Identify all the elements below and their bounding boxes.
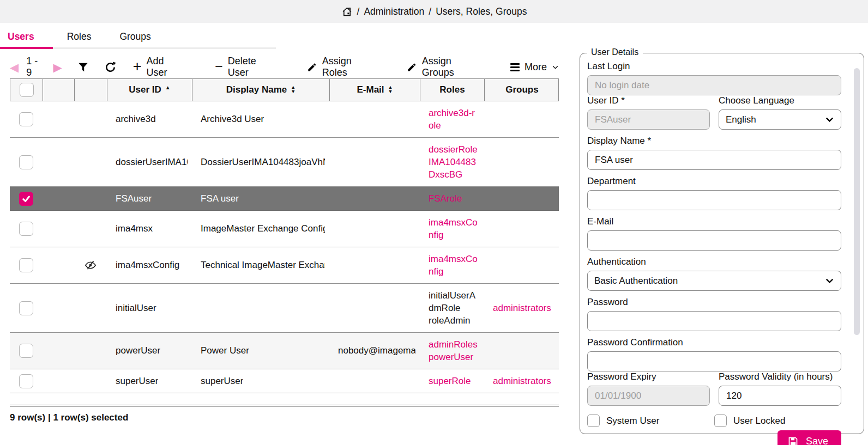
role-cell: ima4msxConfig xyxy=(420,211,484,247)
page-previous-button[interactable]: ◀ xyxy=(10,62,19,73)
role-link[interactable]: FSArole xyxy=(429,192,462,205)
row-select-cell xyxy=(10,211,43,247)
email-cell: nobody@imagema xyxy=(329,333,420,369)
row-status-cell xyxy=(43,284,74,332)
breadcrumb-separator: / xyxy=(357,6,360,17)
row-checkbox[interactable] xyxy=(19,344,33,358)
authentication-select[interactable]: Basic Authentication xyxy=(587,271,841,291)
email-label: E-Mail xyxy=(587,216,841,227)
row-select-cell xyxy=(10,138,43,186)
group-link[interactable]: administrators xyxy=(493,302,551,314)
user-id-cell: dossierUserIMA1044 xyxy=(107,138,192,186)
display-name: Archive3d User xyxy=(201,114,264,125)
row-checkbox[interactable] xyxy=(19,112,33,126)
email-cell xyxy=(329,187,420,210)
row-select-cell xyxy=(10,247,43,283)
header-display-name[interactable]: Display Name ▲▼ xyxy=(192,79,330,101)
panel-scrollbar[interactable] xyxy=(854,68,860,335)
role-link[interactable]: dossierRoleIMA104483DxscBG xyxy=(429,143,480,181)
add-user-button[interactable]: + Add User xyxy=(133,56,186,78)
user-id-cell: ima4msxConfig xyxy=(107,247,192,283)
assign-groups-button[interactable]: Assign Groups xyxy=(407,56,485,78)
role-cell: adminRolespowerUser xyxy=(420,333,484,369)
breadcrumb: / Administration / Users, Roles, Groups xyxy=(0,0,868,23)
assign-roles-button[interactable]: Assign Roles xyxy=(307,56,378,78)
save-button[interactable]: Save xyxy=(777,430,841,445)
user-id-cell: initialUser xyxy=(107,284,192,332)
row-checkbox[interactable] xyxy=(19,258,33,272)
last-login-field xyxy=(587,75,841,95)
more-label: More xyxy=(525,62,547,73)
group-cell xyxy=(484,101,559,137)
breadcrumb-item-administration[interactable]: Administration xyxy=(364,6,424,17)
table-row[interactable]: initialUserinitialUserAdmRoleroleAdminad… xyxy=(10,284,559,333)
tab-roles[interactable]: Roles xyxy=(53,26,106,47)
department-field[interactable] xyxy=(587,190,841,210)
group-cell xyxy=(484,138,559,186)
user-id: superUser xyxy=(116,376,158,387)
row-checkbox[interactable] xyxy=(19,192,33,206)
tab-users[interactable]: Users xyxy=(0,26,53,47)
row-checkbox[interactable] xyxy=(19,222,33,236)
user-id-cell: powerUser xyxy=(107,333,192,369)
table-body: archive3dArchive3d Userarchive3d-roledos… xyxy=(10,101,559,405)
password-validity-field[interactable] xyxy=(719,386,841,406)
password-confirmation-field[interactable] xyxy=(587,351,841,371)
table-row[interactable]: archive3dArchive3d Userarchive3d-role xyxy=(10,101,559,138)
authentication-selected-value: Basic Authentication xyxy=(594,276,678,286)
breadcrumb-separator: / xyxy=(428,6,432,17)
system-user-label: System User xyxy=(606,416,659,426)
row-checkbox[interactable] xyxy=(19,155,33,169)
authentication-label: Authentication xyxy=(587,257,841,267)
row-checkbox[interactable] xyxy=(19,374,33,388)
password-validity-label: Password Validity (in hours) xyxy=(719,371,841,382)
row-checkbox[interactable] xyxy=(19,301,33,315)
choose-language-label: Choose Language xyxy=(719,95,841,106)
role-link[interactable]: ima4msxConfig xyxy=(429,216,480,241)
filter-button[interactable] xyxy=(78,62,88,72)
role-link[interactable]: ima4msxConfig xyxy=(429,253,480,278)
role-link: initialUserAdmRole xyxy=(429,289,480,314)
row-status-cell xyxy=(43,247,74,283)
tab-groups[interactable]: Groups xyxy=(105,26,165,47)
user-id-cell: archive3d xyxy=(107,101,192,137)
table-row[interactable]: ima4msxConfigTechnical ImageMaster Excha… xyxy=(10,247,559,284)
display-name: ImageMaster Exchange Config xyxy=(201,223,325,234)
user-locked-checkbox[interactable] xyxy=(714,414,727,427)
save-icon xyxy=(787,436,799,445)
language-selected-value: English xyxy=(726,114,756,125)
table-bottom-divider xyxy=(10,405,559,407)
assign-groups-label: Assign Groups xyxy=(422,56,485,78)
table-row[interactable]: dossierUserIMA1044DossierUserIMA104483jo… xyxy=(10,138,559,187)
password-expiry-label: Password Expiry xyxy=(587,371,710,382)
display-name: FSA user xyxy=(201,193,239,204)
page-next-button[interactable]: ▶ xyxy=(53,62,62,73)
password-field[interactable] xyxy=(587,311,841,331)
role-link[interactable]: superRole xyxy=(429,375,471,387)
row-select-cell xyxy=(10,187,43,210)
role-link[interactable]: adminRoles xyxy=(429,338,478,351)
delete-user-button[interactable]: − Delete User xyxy=(215,56,278,78)
pencil-icon xyxy=(307,62,317,72)
table-row[interactable]: ima4msxImageMaster Exchange Configima4ms… xyxy=(10,211,559,247)
row-visibility-cell xyxy=(74,369,107,393)
table-row[interactable]: powerUserPower Usernobody@imagemaadminRo… xyxy=(10,333,559,369)
role-link[interactable]: powerUser xyxy=(429,351,473,363)
role-link[interactable]: archive3d-role xyxy=(429,107,480,132)
more-button[interactable]: More xyxy=(510,62,559,73)
group-link[interactable]: administrators xyxy=(493,375,551,387)
display-name-field[interactable] xyxy=(587,150,841,170)
add-user-label: Add User xyxy=(146,56,186,78)
header-user-id[interactable]: User ID ▲ xyxy=(107,79,192,101)
system-user-checkbox[interactable] xyxy=(587,414,600,427)
email-field[interactable] xyxy=(587,230,841,251)
table-row[interactable]: FSAuserFSA userFSArole xyxy=(10,187,559,211)
language-select[interactable]: English xyxy=(719,109,841,130)
home-icon[interactable] xyxy=(341,6,353,17)
select-all-checkbox[interactable] xyxy=(20,83,34,97)
header-email[interactable]: E-Mail ▲▼ xyxy=(330,79,420,101)
refresh-button[interactable] xyxy=(104,61,117,74)
table-row[interactable]: superUsersuperUsersuperRoleadministrator… xyxy=(10,369,559,393)
table-header-row: User ID ▲ Display Name ▲▼ E-Mail ▲▼ Role… xyxy=(10,78,559,101)
sort-both-icon: ▲▼ xyxy=(388,86,393,94)
